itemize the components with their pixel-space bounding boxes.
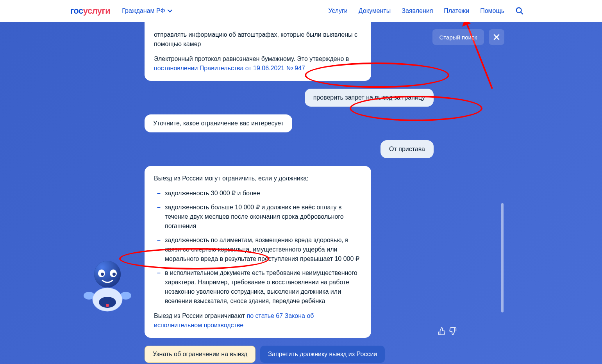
main-nav: Услуги Документы Заявления Платежи Помощ… bbox=[329, 7, 524, 15]
citizen-label: Гражданам РФ bbox=[122, 7, 165, 14]
prohibit-exit-button[interactable]: Запретить должнику выезд из России bbox=[260, 346, 385, 363]
bot-text: Электронный протокол равнозначен бумажно… bbox=[154, 54, 362, 73]
thumbs-down-icon[interactable] bbox=[448, 327, 457, 335]
logo-gos: гос bbox=[70, 6, 83, 16]
svg-point-15 bbox=[113, 273, 116, 276]
nav-help[interactable]: Помощь bbox=[480, 7, 504, 14]
chat-container: отправлять информацию об автоштрафах, ко… bbox=[145, 22, 434, 364]
list-item: задолженность больше 10 000 ₽ и должник … bbox=[154, 203, 362, 231]
logo-uslugi: услуги bbox=[83, 6, 111, 16]
bot-text: отправлять информацию об автоштрафах, ко… bbox=[154, 30, 362, 49]
bot-text: Выезд из России могут ограничить, если у… bbox=[154, 174, 362, 183]
user-message-row: От пристава bbox=[145, 140, 434, 158]
bot-text: Выезд из России ограничивают по статье 6… bbox=[154, 311, 362, 330]
user-message-row: проверить запрет на выезд за границу bbox=[145, 89, 434, 107]
user-message: От пристава bbox=[380, 140, 434, 158]
nav-documents[interactable]: Документы bbox=[359, 7, 391, 14]
list-item: задолженность 30 000 ₽ и более bbox=[154, 189, 362, 198]
svg-point-14 bbox=[101, 273, 104, 276]
restriction-list: задолженность 30 000 ₽ и более задолженн… bbox=[154, 189, 362, 306]
action-buttons: Узнать об ограничении на выезд Запретить… bbox=[145, 346, 434, 364]
chat-scrollbar[interactable] bbox=[501, 203, 504, 312]
bot-message-row: Уточните, какое ограничение вас интересу… bbox=[145, 114, 434, 140]
search-icon[interactable] bbox=[515, 7, 524, 15]
svg-line-1 bbox=[521, 12, 523, 14]
list-item: в исполнительном документе есть требован… bbox=[154, 268, 362, 306]
bot-message: Уточните, какое ограничение вас интересу… bbox=[145, 114, 292, 132]
logo[interactable]: госуслуги bbox=[70, 6, 110, 16]
feedback-icons bbox=[438, 327, 457, 335]
nav-services[interactable]: Услуги bbox=[329, 7, 348, 14]
chevron-down-icon bbox=[168, 9, 172, 12]
old-search-button[interactable]: Старый поиск bbox=[432, 29, 484, 45]
bot-message: отправлять информацию об автоштрафах, ко… bbox=[145, 22, 371, 81]
chat-top-buttons: Старый поиск bbox=[432, 29, 504, 45]
list-item: задолженность по алиментам, возмещению в… bbox=[154, 236, 362, 264]
close-button[interactable] bbox=[489, 29, 504, 45]
main-header: госуслуги Гражданам РФ Услуги Документы … bbox=[0, 0, 602, 22]
user-message: проверить запрет на выезд за границу bbox=[305, 89, 434, 107]
learn-restriction-button[interactable]: Узнать об ограничении на выезд bbox=[145, 346, 255, 363]
decree-link[interactable]: постановлении Правительства от 19.06.202… bbox=[154, 65, 305, 71]
citizen-dropdown[interactable]: Гражданам РФ bbox=[122, 7, 172, 14]
svg-point-0 bbox=[516, 8, 522, 13]
nav-applications[interactable]: Заявления bbox=[402, 7, 433, 14]
bot-message: Выезд из России могут ограничить, если у… bbox=[145, 166, 371, 338]
thumbs-up-icon[interactable] bbox=[438, 327, 446, 335]
nav-payments[interactable]: Платежи bbox=[444, 7, 469, 14]
robot-avatar bbox=[82, 259, 133, 313]
close-icon bbox=[493, 34, 500, 41]
bot-message-wrapper: Выезд из России могут ограничить, если у… bbox=[145, 166, 434, 338]
svg-point-9 bbox=[106, 304, 109, 307]
